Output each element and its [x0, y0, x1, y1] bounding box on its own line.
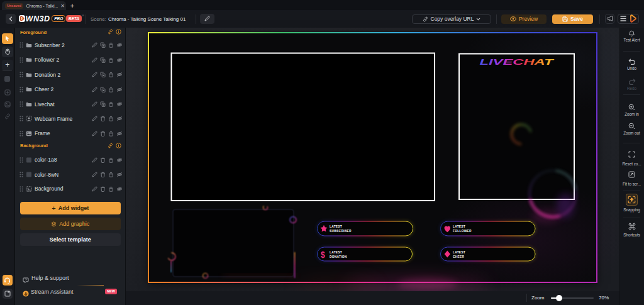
svg-text:FOLLOWER: FOLLOWER [453, 230, 472, 233]
svg-text:LATEST: LATEST [453, 225, 465, 228]
svg-text:LATEST: LATEST [330, 251, 342, 254]
svg-text:SUBSCRIBER: SUBSCRIBER [330, 230, 352, 233]
svg-text:LIVECHAT: LIVECHAT [480, 58, 555, 67]
svg-text:$: $ [321, 250, 325, 260]
svg-text:LATEST: LATEST [330, 225, 342, 228]
svg-text:CHEER: CHEER [453, 255, 465, 258]
svg-text:DONATION: DONATION [330, 255, 347, 258]
svg-text:LATEST: LATEST [453, 251, 465, 254]
